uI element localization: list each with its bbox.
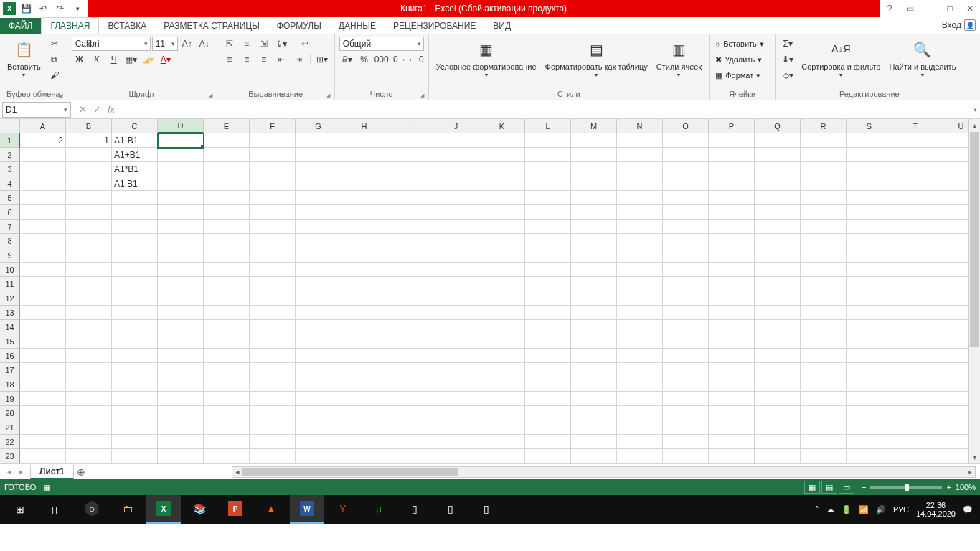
cell-N18[interactable] (617, 377, 663, 392)
cell-N3[interactable] (617, 162, 663, 176)
taskbar-app-doc3[interactable]: ▯ (469, 495, 504, 524)
cell-K9[interactable] (479, 248, 525, 263)
cell-P7[interactable] (709, 220, 755, 234)
cell-A3[interactable] (20, 162, 66, 176)
hscroll-thumb[interactable] (242, 468, 458, 476)
cell-L13[interactable] (525, 306, 571, 320)
cell-F20[interactable] (250, 406, 296, 420)
cell-R11[interactable] (801, 277, 847, 291)
cell-E6[interactable] (204, 205, 250, 220)
cell-T7[interactable] (892, 220, 938, 234)
cell-B21[interactable] (66, 420, 112, 435)
cell-C3[interactable]: A1*B1 (112, 162, 158, 176)
cell-H9[interactable] (341, 248, 387, 263)
cell-D10[interactable] (158, 263, 204, 277)
column-header-I[interactable]: I (387, 119, 433, 133)
close-icon[interactable]: ✕ (960, 0, 980, 17)
number-format-select[interactable]: Общий (339, 37, 424, 51)
cell-Q13[interactable] (755, 306, 801, 320)
cell-H16[interactable] (341, 349, 387, 363)
cell-A1[interactable]: 2 (20, 133, 66, 148)
column-header-T[interactable]: T (892, 119, 938, 133)
scroll-right-icon[interactable]: ► (965, 467, 975, 477)
cell-C11[interactable] (112, 277, 158, 291)
increase-decimal-button[interactable]: .0→ (391, 52, 407, 67)
cell-D23[interactable] (158, 449, 204, 463)
cell-F18[interactable] (250, 377, 296, 392)
cell-L1[interactable] (525, 133, 571, 148)
cell-D20[interactable] (158, 406, 204, 420)
align-left-button[interactable]: ≡ (222, 52, 237, 67)
row-header-6[interactable]: 6 (0, 205, 20, 220)
row-header-22[interactable]: 22 (0, 435, 20, 449)
cell-S10[interactable] (847, 263, 892, 277)
cell-N2[interactable] (617, 148, 663, 162)
cell-T6[interactable] (892, 205, 938, 220)
cell-N21[interactable] (617, 420, 663, 435)
cell-L8[interactable] (525, 234, 571, 248)
cell-P11[interactable] (709, 277, 755, 291)
row-header-2[interactable]: 2 (0, 148, 20, 162)
cell-S22[interactable] (847, 435, 892, 449)
cell-A22[interactable] (20, 435, 66, 449)
column-header-N[interactable]: N (617, 119, 663, 133)
cell-A19[interactable] (20, 392, 66, 406)
cell-A6[interactable] (20, 205, 66, 220)
row-header-7[interactable]: 7 (0, 220, 20, 234)
cell-F21[interactable] (250, 420, 296, 435)
cell-E10[interactable] (204, 263, 250, 277)
cell-K11[interactable] (479, 277, 525, 291)
cell-T9[interactable] (892, 248, 938, 263)
cell-H5[interactable] (341, 191, 387, 205)
cell-H14[interactable] (341, 320, 387, 334)
cell-B12[interactable] (66, 291, 112, 306)
cell-J13[interactable] (433, 306, 479, 320)
column-header-B[interactable]: B (66, 119, 112, 133)
decrease-font-button[interactable]: A↓ (197, 37, 212, 51)
cell-K8[interactable] (479, 234, 525, 248)
cell-N15[interactable] (617, 334, 663, 349)
cell-T14[interactable] (892, 320, 938, 334)
tab-file[interactable]: ФАЙЛ (0, 18, 41, 34)
cell-E18[interactable] (204, 377, 250, 392)
cut-button[interactable]: ✂ (47, 37, 62, 51)
cell-Q21[interactable] (755, 420, 801, 435)
cell-Q7[interactable] (755, 220, 801, 234)
cell-L20[interactable] (525, 406, 571, 420)
column-header-J[interactable]: J (433, 119, 479, 133)
insert-cells-button[interactable]: ⎀Вставить ▾ (714, 37, 765, 51)
help-icon[interactable]: ? (880, 0, 900, 17)
column-header-K[interactable]: K (479, 119, 525, 133)
cell-P3[interactable] (709, 162, 755, 176)
row-header-4[interactable]: 4 (0, 176, 20, 191)
cell-E16[interactable] (204, 349, 250, 363)
cell-H20[interactable] (341, 406, 387, 420)
cell-D14[interactable] (158, 320, 204, 334)
cell-T1[interactable] (892, 133, 938, 148)
cell-C4[interactable]: A1:B1 (112, 176, 158, 191)
cell-C9[interactable] (112, 248, 158, 263)
cell-E22[interactable] (204, 435, 250, 449)
cell-A7[interactable] (20, 220, 66, 234)
cell-R12[interactable] (801, 291, 847, 306)
cell-L21[interactable] (525, 420, 571, 435)
column-header-A[interactable]: A (20, 119, 66, 133)
cell-J7[interactable] (433, 220, 479, 234)
cell-C22[interactable] (112, 435, 158, 449)
cell-O1[interactable] (663, 133, 709, 148)
cell-K5[interactable] (479, 191, 525, 205)
cell-J22[interactable] (433, 435, 479, 449)
cell-K16[interactable] (479, 349, 525, 363)
maximize-icon[interactable]: □ (940, 0, 960, 17)
normal-view-button[interactable]: ▦ (804, 481, 820, 494)
cell-O12[interactable] (663, 291, 709, 306)
tray-overflow-icon[interactable]: ˄ (815, 505, 819, 514)
row-header-19[interactable]: 19 (0, 392, 20, 406)
cell-L9[interactable] (525, 248, 571, 263)
cell-C8[interactable] (112, 234, 158, 248)
cell-P17[interactable] (709, 363, 755, 377)
cell-L6[interactable] (525, 205, 571, 220)
cell-F22[interactable] (250, 435, 296, 449)
cell-L17[interactable] (525, 363, 571, 377)
cell-M1[interactable] (571, 133, 617, 148)
